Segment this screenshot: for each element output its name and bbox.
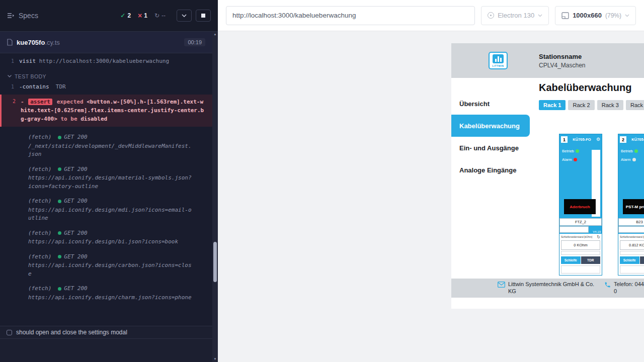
mail-icon xyxy=(498,282,505,288)
fetch-url: https://api.iconify.design/bi.json?icons… xyxy=(28,238,193,246)
alarm-label: Alarm xyxy=(562,157,572,162)
tdr-button[interactable]: TDR xyxy=(640,256,644,264)
firmware-version: V4.19 xyxy=(593,230,601,233)
scrollbar-thumb[interactable] xyxy=(213,242,217,282)
aut-frame: LITTWIN Stationsname CPLV4_Maschen ⚙ Abm… xyxy=(451,43,644,309)
assert-state: disabled xyxy=(80,116,107,122)
sidebar-item-analoge-eingaenge[interactable]: Analoge Eingänge xyxy=(451,159,530,181)
status-display: Aderbruch xyxy=(564,199,596,214)
viewport-icon xyxy=(561,12,569,19)
stop-button[interactable] xyxy=(196,10,211,22)
refresh-icon[interactable]: ↻ xyxy=(597,235,600,239)
fetch-status: GET 200 xyxy=(64,133,87,142)
tab-rack-2[interactable]: Rack 2 xyxy=(568,100,594,110)
fetch-url: https://api.iconify.design/material-symb… xyxy=(28,174,193,191)
alarm-row: Alarm xyxy=(559,157,589,162)
specs-menu[interactable]: Specs xyxy=(7,12,38,20)
version-row: V4.19 xyxy=(618,226,644,234)
betrieb-label: Betrieb xyxy=(562,149,574,153)
status-ok-dot xyxy=(58,255,61,258)
sidebar-item-uebersicht[interactable]: Übersicht xyxy=(451,93,530,115)
app-footer: Littwin Systemtechnik GmbH & Co. KG Tele… xyxy=(451,279,644,298)
viewport-select[interactable]: 1000x660 (79%) xyxy=(555,6,636,25)
spare-field xyxy=(561,265,600,274)
status-text: Aderbruch xyxy=(570,205,590,209)
station-name: CPLV4_Maschen xyxy=(539,62,586,69)
card-body: Betrieb Alarm Aderbruch xyxy=(559,149,602,218)
specs-label: Specs xyxy=(19,12,38,20)
footer-company: Littwin Systemtechnik GmbH & Co. KG xyxy=(498,281,596,295)
betrieb-led xyxy=(634,149,638,153)
station-label: Stationsname xyxy=(539,53,586,60)
spec-name: kue705fo xyxy=(17,39,45,46)
resistance-label: Schleifenwiderstand [kOhm] xyxy=(561,235,592,238)
rack-tabs: Rack 1 Rack 2 Rack 3 Rack 4 xyxy=(539,100,644,110)
resistance-value: 0 KOhm xyxy=(561,240,600,250)
resistance-label: Schleifenwiderstand [kOhm] xyxy=(620,235,644,238)
next-test-title[interactable]: should open and close the settings modal xyxy=(0,326,212,339)
test-body-section-toggle[interactable]: TEST BODY xyxy=(0,67,212,82)
littwin-logo-text: LITTWIN xyxy=(492,64,504,67)
betrieb-label: Betrieb xyxy=(621,149,633,153)
alarm-label: Alarm xyxy=(621,157,631,162)
screen: Specs ✓2 ×1 ↻-- kue705fo.cy.ts 00:19 1 v… xyxy=(0,0,644,362)
schleife-button[interactable]: Schleife xyxy=(620,256,639,264)
spare-field xyxy=(620,265,644,274)
app-sidebar: Übersicht Kabelüberwachung Ein- und Ausg… xyxy=(451,78,530,279)
tab-rack-1[interactable]: Rack 1 xyxy=(539,100,566,110)
url-input[interactable] xyxy=(226,6,475,25)
spec-filename[interactable]: kue705fo.cy.ts xyxy=(17,39,60,46)
alarm-row: Alarm xyxy=(618,157,644,162)
assert-badge: assert xyxy=(28,99,52,105)
status-ok-dot xyxy=(58,287,61,291)
fetch-tag: (fetch) xyxy=(28,285,51,293)
cypress-topbar: Specs ✓2 ×1 ↻-- xyxy=(0,0,218,32)
command-visit[interactable]: 1 visit http://localhost:3000/kabelueber… xyxy=(0,56,212,67)
scroll-up-icon[interactable]: ▲ xyxy=(212,32,218,37)
fetch-url: https://api.iconify.design/mdi.json?icon… xyxy=(28,206,193,223)
page-title: Kabelüberwachung xyxy=(539,82,644,94)
fetch-status: GET 200 xyxy=(64,253,87,261)
card-title: KÜ705-FO xyxy=(569,137,595,142)
scroll-down-icon[interactable]: ▼ xyxy=(212,357,218,361)
command-assert-failed[interactable]: 2 - assert expected <button.w-[50%].h-[1… xyxy=(0,95,212,127)
spare-field xyxy=(618,226,644,233)
fetch-tag: (fetch) xyxy=(28,229,51,238)
fetch-log-entry: (fetch)GET 200 https://api.iconify.desig… xyxy=(28,285,193,302)
sidebar-item-ein-und-ausgaenge[interactable]: Ein- und Ausgänge xyxy=(451,137,530,159)
browser-name: Electron 130 xyxy=(498,12,534,19)
station-info: Stationsname CPLV4_Maschen xyxy=(539,53,586,69)
command-arg: http://localhost:3000/kabelueberwachung xyxy=(39,58,169,64)
card-gear-icon[interactable]: ⚙ xyxy=(596,137,600,142)
littwin-logo: LITTWIN xyxy=(489,52,508,69)
schleife-button[interactable]: Schleife xyxy=(561,256,581,264)
sidebar-item-kabelueberwachung[interactable]: Kabelüberwachung xyxy=(451,115,530,137)
tdr-button[interactable]: TDR xyxy=(581,256,601,264)
tab-rack-4[interactable]: Rack 4 xyxy=(626,100,644,110)
fetch-status: GET 200 xyxy=(64,285,87,293)
viewport-zoom: (79%) xyxy=(605,12,621,19)
card-number: 2 xyxy=(620,136,626,143)
spec-file-icon xyxy=(7,39,13,46)
command-contains[interactable]: 1 -contains TDR xyxy=(0,82,212,93)
fetch-tag: (fetch) xyxy=(28,197,51,206)
app-main: Kabelüberwachung Rack 1 Rack 2 Rack 3 Ra… xyxy=(530,78,644,279)
cable-name: FTZ_2 xyxy=(559,218,602,226)
failed-x-icon: × xyxy=(138,12,142,20)
reporter-scrollbar[interactable]: ▲ ▼ xyxy=(212,32,218,362)
failed-count: 1 xyxy=(144,12,147,19)
device-card: 2 KÜ705-FO ⚙ Betrieb Alarm PST-M prüfen xyxy=(618,134,644,276)
stat-passed: ✓2 xyxy=(120,12,131,19)
collapse-runs-button[interactable] xyxy=(177,10,192,22)
passed-check-icon: ✓ xyxy=(120,12,125,19)
device-cards: 1 KÜ705-FO ⚙ Betrieb Alarm Aderbruch xyxy=(559,134,644,276)
command-name: -contains xyxy=(19,83,49,90)
spec-timer: 00:19 xyxy=(184,38,205,46)
chevron-down-icon xyxy=(182,14,187,17)
tab-rack-3[interactable]: Rack 3 xyxy=(597,100,623,110)
status-display: PST-M prüfen xyxy=(623,199,644,214)
browser-select[interactable]: Electron 130 xyxy=(481,6,549,25)
footer-company-text: Littwin Systemtechnik GmbH & Co. KG xyxy=(508,281,596,295)
browser-panel: Electron 130 1000x660 (79%) LITTWIN Stat… xyxy=(218,0,644,362)
fetch-log-entry: (fetch)GET 200 https://api.iconify.desig… xyxy=(28,253,193,279)
